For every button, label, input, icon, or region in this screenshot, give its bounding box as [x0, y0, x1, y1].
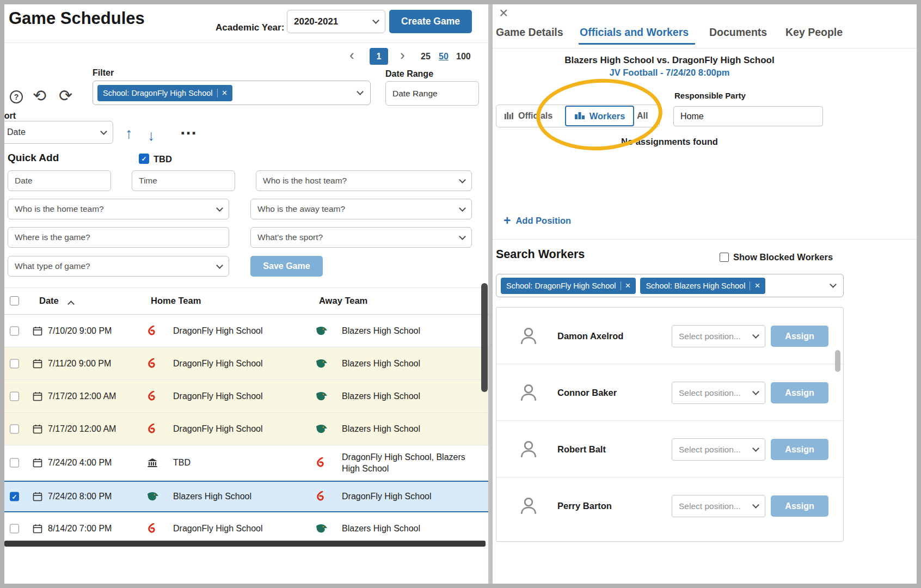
- chevron-down-icon: [752, 501, 759, 509]
- tab-game-details[interactable]: Game Details: [496, 26, 563, 39]
- table-row[interactable]: 7/17/20 12:00 AM DragonFly High School B…: [4, 413, 488, 445]
- tab-documents[interactable]: Documents: [709, 26, 767, 39]
- table-header: Date Home Team Away Team: [4, 287, 488, 315]
- page-size-100[interactable]: 100: [456, 52, 471, 62]
- add-position-button[interactable]: + Add Position: [504, 215, 571, 227]
- tab-key-people[interactable]: Key People: [785, 26, 843, 39]
- dragonfly-icon: [147, 358, 156, 369]
- more-options-icon[interactable]: …: [180, 119, 197, 139]
- chip-divider: [750, 281, 750, 290]
- vertical-scrollbar[interactable]: [481, 283, 488, 392]
- game-date: 8/14/20 7:00 PM: [48, 524, 112, 534]
- select-all-checkbox[interactable]: [10, 296, 19, 305]
- date-placeholder: Date: [15, 176, 33, 186]
- row-checkbox-checked[interactable]: ✓: [10, 492, 19, 501]
- blazers-icon: [316, 524, 328, 534]
- prev-page-button[interactable]: ‹: [349, 47, 354, 64]
- date-column-header[interactable]: Date: [39, 296, 59, 306]
- history-icon[interactable]: ⟲: [33, 86, 46, 105]
- assign-button[interactable]: Assign: [771, 326, 828, 347]
- tbd-checkbox[interactable]: ✓: [139, 154, 149, 164]
- position-select[interactable]: Select position...: [672, 438, 765, 461]
- tab-officials-and-workers[interactable]: Officials and Workers: [580, 26, 689, 39]
- row-checkbox[interactable]: [10, 458, 19, 468]
- row-checkbox[interactable]: [10, 524, 19, 533]
- table-row-selected[interactable]: ✓ 7/24/20 8:00 PM Blazers High School Dr…: [4, 481, 488, 512]
- game-date: 7/17/20 12:00 AM: [48, 391, 116, 401]
- assign-button[interactable]: Assign: [771, 439, 828, 460]
- calendar-icon: [33, 492, 42, 501]
- position-select[interactable]: Select position...: [672, 495, 765, 517]
- home-team-name: DragonFly High School: [173, 524, 263, 534]
- filter-chip[interactable]: School: Blazers High School ×: [640, 278, 765, 294]
- filter-select[interactable]: School: DragonFly High School ×: [93, 81, 371, 105]
- assign-button[interactable]: Assign: [771, 382, 828, 403]
- row-checkbox[interactable]: [10, 359, 19, 368]
- calendar-icon: [33, 424, 42, 434]
- current-page-button[interactable]: 1: [370, 48, 388, 65]
- row-checkbox[interactable]: [10, 326, 19, 335]
- responsible-party-input[interactable]: Home: [673, 106, 823, 126]
- home-column-header[interactable]: Home Team: [151, 296, 201, 306]
- game-type-select[interactable]: What type of game?: [8, 256, 229, 277]
- refresh-icon[interactable]: ⟳: [59, 86, 72, 105]
- sort-descending-icon[interactable]: ↓: [148, 127, 155, 144]
- chip-close-icon[interactable]: ×: [625, 281, 631, 290]
- game-date: 7/24/20 8:00 PM: [48, 492, 112, 501]
- next-page-button[interactable]: ›: [400, 47, 405, 64]
- horizontal-scrollbar[interactable]: [4, 541, 486, 547]
- away-column-header[interactable]: Away Team: [319, 296, 367, 306]
- quickadd-time-input[interactable]: Time: [132, 170, 235, 191]
- host-team-select[interactable]: Who is the host team?: [256, 170, 472, 191]
- row-checkbox[interactable]: [10, 424, 19, 433]
- workers-scrollbar[interactable]: [835, 350, 840, 372]
- where-placeholder: Where is the game?: [15, 232, 90, 242]
- row-checkbox[interactable]: [10, 391, 19, 401]
- away-team-name: Blazers High School: [342, 326, 420, 336]
- filter-chip[interactable]: School: DragonFly High School ×: [501, 278, 636, 294]
- game-date: 7/10/20 9:00 PM: [48, 326, 112, 336]
- chip-close-icon[interactable]: ×: [754, 281, 760, 290]
- blazers-icon: [316, 359, 328, 369]
- academic-year-select[interactable]: 2020-2021: [287, 10, 385, 33]
- table-row[interactable]: 7/11/20 9:00 PM DragonFly High School Bl…: [4, 347, 488, 380]
- away-team-select[interactable]: Who is the away team?: [250, 199, 472, 219]
- home-team-name: DragonFly High School: [173, 424, 263, 434]
- filter-chip-label: School: DragonFly High School: [103, 89, 213, 97]
- create-game-button[interactable]: Create Game: [389, 10, 472, 33]
- game-title: Blazers High School vs. DragonFly High S…: [493, 55, 846, 66]
- quickadd-date-input[interactable]: Date: [8, 170, 111, 191]
- position-select[interactable]: Select position...: [672, 325, 765, 347]
- show-blocked-checkbox[interactable]: [720, 253, 729, 262]
- sort-select[interactable]: Date: [4, 121, 113, 144]
- date-range-value: Date Range: [392, 89, 438, 99]
- chevron-down-icon: [216, 205, 223, 212]
- date-range-input[interactable]: Date Range: [385, 81, 479, 106]
- assign-button[interactable]: Assign: [771, 495, 828, 517]
- position-select[interactable]: Select position...: [672, 382, 765, 404]
- table-row[interactable]: 7/17/20 12:00 AM DragonFly High School B…: [4, 380, 488, 413]
- home-placeholder: Who is the home team?: [15, 204, 104, 214]
- close-icon[interactable]: ×: [499, 4, 508, 22]
- save-game-button[interactable]: Save Game: [250, 256, 323, 277]
- location-input[interactable]: Where is the game?: [8, 227, 229, 248]
- game-subtitle-link[interactable]: JV Football - 7/24/20 8:00pm: [493, 68, 846, 78]
- calendar-icon: [33, 359, 42, 369]
- academic-year-label: Academic Year:: [216, 16, 284, 39]
- filter-chip[interactable]: School: DragonFly High School ×: [97, 85, 232, 101]
- table-row[interactable]: 7/24/20 4:00 PM TBD DragonFly High Schoo…: [4, 445, 488, 481]
- home-team-select[interactable]: Who is the home team?: [8, 199, 229, 219]
- worker-filter-select[interactable]: School: DragonFly High School × School: …: [496, 274, 844, 297]
- chip-divider: [621, 281, 621, 290]
- page-size-25[interactable]: 25: [421, 52, 431, 62]
- table-row[interactable]: 8/14/20 7:00 PM DragonFly High School Bl…: [4, 512, 488, 545]
- sort-ascending-icon[interactable]: ↑: [125, 125, 133, 142]
- search-workers-title: Search Workers: [496, 248, 585, 261]
- help-icon[interactable]: ?: [10, 90, 23, 103]
- page-size-50[interactable]: 50: [439, 52, 449, 62]
- chip-close-icon[interactable]: ×: [222, 88, 228, 97]
- table-row[interactable]: 7/10/20 9:00 PM DragonFly High School Bl…: [4, 315, 488, 347]
- dragonfly-icon: [316, 491, 324, 502]
- sport-select[interactable]: What's the sport?: [250, 227, 472, 248]
- away-team-name: Blazers High School: [342, 424, 420, 434]
